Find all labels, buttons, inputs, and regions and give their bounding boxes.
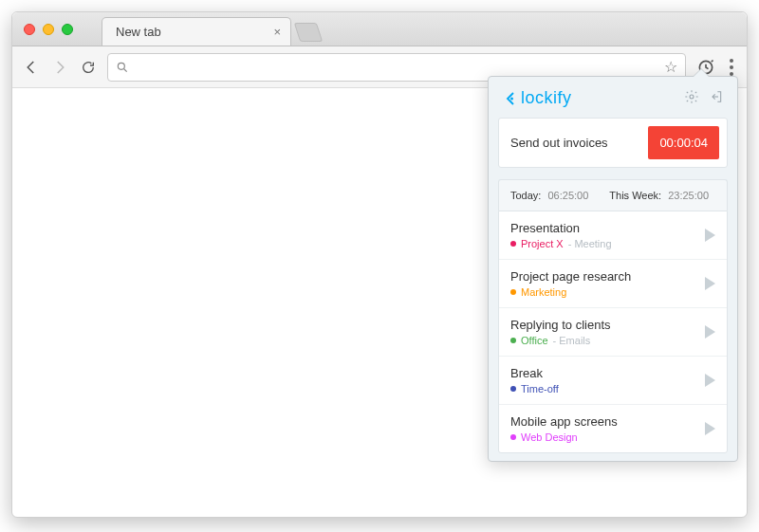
settings-button[interactable] — [684, 89, 699, 108]
entry-title: Break — [510, 366, 559, 380]
clockify-logo: lockify — [502, 88, 572, 108]
logout-button[interactable] — [709, 89, 724, 108]
svg-point-3 — [690, 95, 694, 99]
reload-button[interactable] — [79, 58, 98, 77]
entry-project: Web Design — [521, 431, 578, 443]
today-label: Today: — [510, 190, 541, 201]
time-entry[interactable]: Replying to clients Office Emails — [499, 307, 727, 356]
entry-tag: Emails — [553, 335, 591, 346]
browser-tab[interactable]: New tab × — [102, 17, 291, 46]
time-entry[interactable]: Presentation Project X Meeting — [499, 211, 727, 259]
project-color-dot — [510, 241, 516, 247]
time-entry[interactable]: Break Time-off — [499, 356, 727, 404]
minimize-window-button[interactable] — [43, 24, 54, 35]
search-icon — [116, 61, 129, 74]
play-button[interactable] — [705, 422, 715, 435]
entry-title: Replying to clients — [510, 318, 611, 332]
entry-title: Project page research — [510, 269, 631, 284]
clockify-popup: lockify Send out invoices 00:00:04 Today… — [488, 76, 738, 462]
back-button[interactable] — [22, 58, 41, 77]
entry-tag: Meeting — [568, 238, 612, 249]
maximize-window-button[interactable] — [62, 24, 73, 35]
window-controls — [24, 24, 73, 35]
entry-project: Time-off — [521, 383, 559, 394]
browser-menu-button[interactable] — [726, 59, 737, 76]
play-button[interactable] — [705, 374, 715, 387]
bookmark-star-icon[interactable]: ☆ — [664, 58, 677, 76]
url-input[interactable] — [137, 60, 657, 74]
brand-text: lockify — [521, 88, 572, 108]
entry-project: Project X — [521, 238, 564, 249]
tab-title: New tab — [116, 25, 161, 39]
popup-header: lockify — [489, 77, 737, 118]
close-window-button[interactable] — [24, 24, 35, 35]
svg-point-2 — [510, 97, 513, 100]
titlebar: New tab × — [12, 12, 747, 46]
entry-project: Office — [521, 335, 548, 346]
new-tab-button[interactable] — [294, 23, 323, 42]
play-button[interactable] — [705, 229, 715, 242]
time-entry[interactable]: Mobile app screens Web Design — [499, 404, 727, 452]
timer-elapsed-badge[interactable]: 00:00:04 — [648, 126, 719, 159]
close-tab-button[interactable]: × — [273, 25, 281, 39]
project-color-dot — [510, 338, 516, 343]
project-color-dot — [510, 289, 516, 295]
week-value: 23:25:00 — [668, 190, 709, 201]
time-entry[interactable]: Project page research Marketing — [499, 259, 727, 307]
current-entry-description[interactable]: Send out invoices — [510, 136, 608, 150]
entry-project: Marketing — [521, 286, 566, 298]
project-color-dot — [510, 434, 516, 440]
entries-list: Presentation Project X Meeting Project p… — [498, 211, 728, 453]
forward-button[interactable] — [50, 58, 69, 77]
current-timer-row: Send out invoices 00:00:04 — [498, 118, 728, 168]
project-color-dot — [510, 386, 516, 392]
stats-bar: Today: 06:25:00 This Week: 23:25:00 — [498, 179, 728, 211]
week-label: This Week: — [609, 190, 661, 201]
svg-point-0 — [118, 63, 124, 69]
play-button[interactable] — [705, 325, 715, 339]
play-button[interactable] — [705, 277, 715, 290]
entry-title: Presentation — [510, 221, 612, 235]
today-value: 06:25:00 — [547, 190, 588, 201]
entry-title: Mobile app screens — [510, 414, 618, 429]
